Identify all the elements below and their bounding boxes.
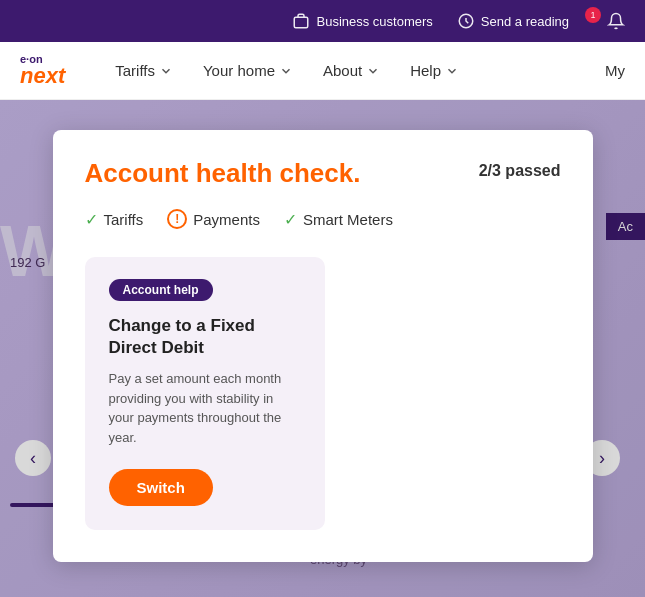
- logo-next: next: [20, 65, 65, 87]
- card-title: Change to a Fixed Direct Debit: [109, 315, 301, 359]
- send-reading-link[interactable]: Send a reading: [457, 12, 569, 30]
- modal-overlay: Account health check. 2/3 passed ✓ Tarif…: [0, 100, 645, 597]
- svg-rect-0: [295, 17, 309, 28]
- check-payments: ! Payments: [167, 209, 260, 229]
- check-smart-meters-label: Smart Meters: [303, 211, 393, 228]
- check-tariffs: ✓ Tariffs: [85, 210, 144, 229]
- nav-bar: e·on next Tariffs Your home About Help M…: [0, 42, 645, 100]
- check-pass-icon-2: ✓: [284, 210, 297, 229]
- logo: e·on next: [20, 54, 65, 87]
- nav-help-label: Help: [410, 62, 441, 79]
- modal-title: Account health check.: [85, 158, 361, 189]
- chevron-down-icon: [159, 64, 173, 78]
- check-smart-meters: ✓ Smart Meters: [284, 210, 393, 229]
- card-badge: Account help: [109, 279, 213, 301]
- nav-tariffs[interactable]: Tariffs: [115, 62, 173, 79]
- modal-passed: 2/3 passed: [479, 162, 561, 180]
- card-description: Pay a set amount each month providing yo…: [109, 369, 301, 447]
- nav-tariffs-label: Tariffs: [115, 62, 155, 79]
- chevron-down-icon: [445, 64, 459, 78]
- chevron-down-icon: [366, 64, 380, 78]
- account-help-card: Account help Change to a Fixed Direct De…: [85, 257, 325, 530]
- notification-badge: 1: [585, 7, 601, 23]
- check-warn-icon: !: [167, 209, 187, 229]
- send-reading-label: Send a reading: [481, 14, 569, 29]
- briefcase-icon: [292, 12, 310, 30]
- nav-about[interactable]: About: [323, 62, 380, 79]
- meter-icon: [457, 12, 475, 30]
- modal-header: Account health check. 2/3 passed: [85, 158, 561, 189]
- health-check-modal: Account health check. 2/3 passed ✓ Tarif…: [53, 130, 593, 562]
- nav-about-label: About: [323, 62, 362, 79]
- check-payments-label: Payments: [193, 211, 260, 228]
- bell-icon: [607, 12, 625, 30]
- check-pass-icon: ✓: [85, 210, 98, 229]
- business-customers-label: Business customers: [316, 14, 432, 29]
- top-bar: Business customers Send a reading 1: [0, 0, 645, 42]
- checks-row: ✓ Tariffs ! Payments ✓ Smart Meters: [85, 209, 561, 229]
- switch-button[interactable]: Switch: [109, 469, 213, 506]
- nav-help[interactable]: Help: [410, 62, 459, 79]
- notifications-area[interactable]: 1: [593, 12, 625, 30]
- nav-my-label: My: [605, 62, 625, 79]
- nav-your-home-label: Your home: [203, 62, 275, 79]
- nav-my[interactable]: My: [605, 62, 625, 79]
- check-tariffs-label: Tariffs: [104, 211, 144, 228]
- business-customers-link[interactable]: Business customers: [292, 12, 432, 30]
- nav-your-home[interactable]: Your home: [203, 62, 293, 79]
- chevron-down-icon: [279, 64, 293, 78]
